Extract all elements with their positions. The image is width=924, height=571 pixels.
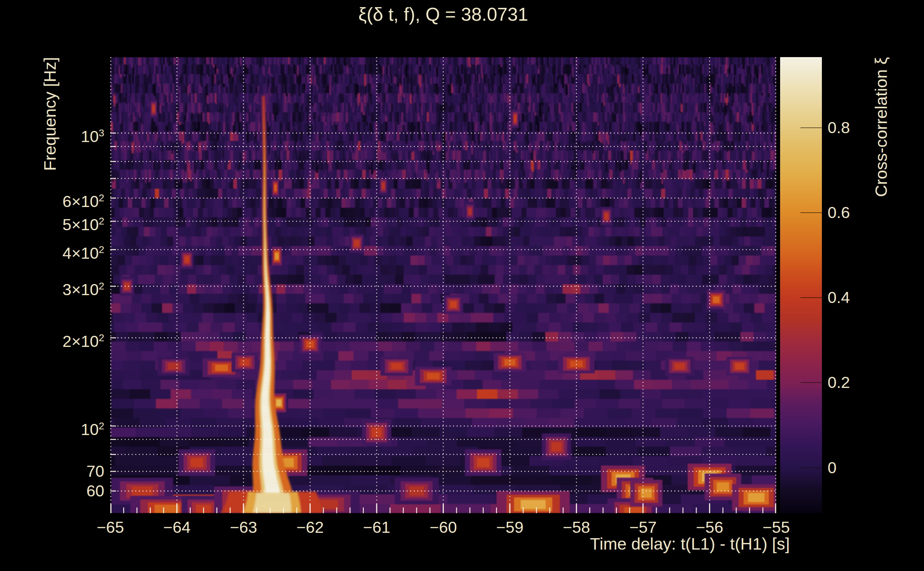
figure: ξ(δ t, f), Q = 38.0731 Frequency [Hz] Cr… [0, 0, 924, 571]
colorbar-tick-mark [800, 468, 822, 468]
colorbar-tick-label: 0.8 [828, 119, 850, 137]
x-axis-label: Time delay: t(L1) - t(H1) [s] [590, 534, 790, 554]
y-tick-exponent: 3 [99, 127, 104, 139]
colorbar-label: Cross-correlation ξ [871, 57, 891, 197]
colorbar-tick-mark [800, 297, 822, 298]
colorbar-tick-label: 0.2 [828, 373, 850, 392]
colorbar-tick-label: 0 [828, 459, 836, 477]
x-tick-label: −59 [474, 518, 545, 537]
x-tick-label: −60 [408, 518, 479, 537]
y-tick-exponent: 2 [99, 216, 104, 227]
y-tick-label: 103 [43, 124, 104, 142]
y-tick-label: 70 [43, 463, 104, 480]
x-tick-label: −57 [607, 518, 679, 537]
x-tick-label: −56 [674, 518, 745, 537]
y-tick-label: 2×102 [43, 329, 104, 347]
y-tick-exponent: 2 [99, 332, 104, 343]
plot-title: ξ(δ t, f), Q = 38.0731 [110, 3, 776, 25]
y-tick-label: 5×102 [43, 212, 104, 230]
colorbar [780, 57, 822, 513]
x-tick-label: −58 [541, 518, 612, 537]
x-tick-label: −65 [75, 518, 146, 537]
y-axis-label: Frequency [Hz] [40, 57, 60, 171]
y-tick-exponent: 2 [99, 420, 104, 432]
y-tick-label: 102 [43, 417, 104, 435]
colorbar-tick-mark [800, 127, 822, 128]
x-tick-label: −63 [208, 518, 279, 537]
colorbar-tick-mark [800, 212, 822, 213]
y-tick-label: 3×102 [43, 277, 104, 295]
y-tick-label: 4×102 [43, 241, 104, 259]
colorbar-tick-label: 0.4 [828, 289, 850, 307]
y-tick-label: 6×102 [43, 189, 104, 207]
x-tick-label: −64 [141, 518, 213, 537]
spectrogram-heatmap [110, 57, 776, 513]
x-tick-label: −55 [740, 518, 812, 537]
y-tick-exponent: 2 [99, 244, 104, 255]
x-tick-label: −61 [341, 518, 413, 537]
y-tick-exponent: 2 [99, 192, 104, 204]
colorbar-tick-mark [800, 382, 822, 383]
y-tick-exponent: 2 [99, 281, 104, 292]
y-tick-label: 60 [43, 482, 104, 500]
colorbar-tick-label: 0.6 [828, 204, 850, 222]
x-tick-label: −62 [275, 518, 346, 537]
